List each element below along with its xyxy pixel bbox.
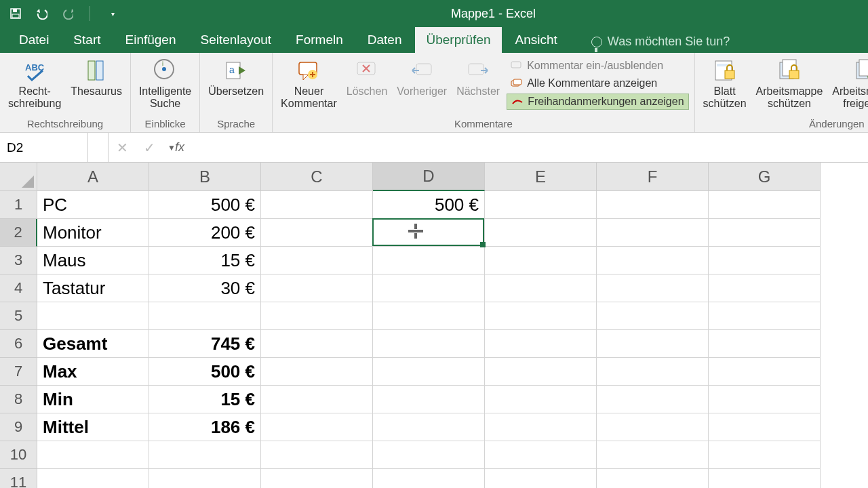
cell-G6[interactable] bbox=[709, 330, 821, 358]
tab-datei[interactable]: Datei bbox=[8, 27, 60, 53]
cells-area[interactable]: PC500 €500 €Monitor200 €Maus15 €Tastatur… bbox=[37, 191, 821, 488]
cell-E10[interactable] bbox=[485, 441, 597, 469]
column-header-E[interactable]: E bbox=[485, 163, 597, 191]
cell-D3[interactable] bbox=[373, 247, 485, 274]
cell-B3[interactable]: 15 € bbox=[149, 247, 261, 274]
cell-E8[interactable] bbox=[485, 386, 597, 413]
cell-D8[interactable] bbox=[373, 386, 485, 413]
cell-C6[interactable] bbox=[261, 330, 373, 358]
row-header-5[interactable]: 5 bbox=[0, 302, 37, 330]
column-header-A[interactable]: A bbox=[37, 163, 149, 191]
qat-customize-icon[interactable]: ▾ bbox=[106, 7, 119, 20]
cell-C10[interactable] bbox=[261, 441, 373, 469]
cell-E11[interactable] bbox=[485, 469, 597, 488]
row-header-8[interactable]: 8 bbox=[0, 386, 37, 413]
cell-G10[interactable] bbox=[709, 441, 821, 469]
tell-me-box[interactable]: Was möchten Sie tun? bbox=[591, 35, 730, 53]
cell-A3[interactable]: Maus bbox=[37, 247, 149, 274]
cell-E5[interactable] bbox=[485, 302, 597, 330]
row-header-4[interactable]: 4 bbox=[0, 274, 37, 302]
protect-workbook-button[interactable]: Arbeitsmappe schützen bbox=[753, 56, 826, 112]
cell-C11[interactable] bbox=[261, 469, 373, 488]
tab-formeln[interactable]: Formeln bbox=[285, 27, 354, 53]
cell-C4[interactable] bbox=[261, 274, 373, 302]
cell-G9[interactable] bbox=[709, 413, 821, 441]
thesaurus-button[interactable]: Thesaurus bbox=[68, 56, 125, 99]
tab-ansicht[interactable]: Ansicht bbox=[505, 27, 568, 53]
cell-A5[interactable] bbox=[37, 302, 149, 330]
next-comment-button[interactable]: Nächster bbox=[454, 56, 502, 99]
undo-icon[interactable] bbox=[35, 7, 47, 20]
spelling-button[interactable]: ABC Recht- schreibung bbox=[5, 56, 64, 112]
column-header-B[interactable]: B bbox=[149, 163, 261, 191]
tab-seitenlayout[interactable]: Seitenlayout bbox=[190, 27, 283, 53]
cell-G4[interactable] bbox=[709, 274, 821, 302]
cell-G1[interactable] bbox=[709, 191, 821, 219]
cell-A2[interactable]: Monitor bbox=[37, 219, 149, 247]
cell-F10[interactable] bbox=[597, 441, 709, 469]
cancel-formula-icon[interactable]: ✕ bbox=[108, 133, 136, 162]
cell-B2[interactable]: 200 € bbox=[149, 219, 261, 247]
row-header-1[interactable]: 1 bbox=[0, 191, 37, 219]
cell-F7[interactable] bbox=[597, 358, 709, 386]
cell-G7[interactable] bbox=[709, 358, 821, 386]
cell-F4[interactable] bbox=[597, 274, 709, 302]
cell-C3[interactable] bbox=[261, 247, 373, 274]
cell-D5[interactable] bbox=[373, 302, 485, 330]
show-ink-button[interactable]: Freihandanmerkungen anzeigen bbox=[507, 94, 688, 110]
prev-comment-button[interactable]: Vorheriger bbox=[394, 56, 450, 99]
redo-icon[interactable] bbox=[61, 7, 73, 20]
cell-F8[interactable] bbox=[597, 386, 709, 413]
cell-D2[interactable] bbox=[373, 219, 485, 247]
cell-D4[interactable] bbox=[373, 274, 485, 302]
cell-D7[interactable] bbox=[373, 358, 485, 386]
column-header-G[interactable]: G bbox=[709, 163, 821, 191]
row-header-6[interactable]: 6 bbox=[0, 330, 37, 358]
fx-icon[interactable]: fx bbox=[163, 133, 197, 162]
cell-C2[interactable] bbox=[261, 219, 373, 247]
cell-A8[interactable]: Min bbox=[37, 386, 149, 413]
cell-A6[interactable]: Gesamt bbox=[37, 330, 149, 358]
cell-B4[interactable]: 30 € bbox=[149, 274, 261, 302]
cell-A7[interactable]: Max bbox=[37, 358, 149, 386]
cell-G11[interactable] bbox=[709, 469, 821, 488]
cell-F6[interactable] bbox=[597, 330, 709, 358]
cell-F11[interactable] bbox=[597, 469, 709, 488]
select-all-corner[interactable] bbox=[0, 163, 37, 191]
new-comment-button[interactable]: Neuer Kommentar bbox=[278, 56, 340, 112]
share-workbook-button[interactable]: Arbeitsmappe freigeben bbox=[829, 56, 868, 112]
cell-A10[interactable] bbox=[37, 441, 149, 469]
cell-B9[interactable]: 186 € bbox=[149, 413, 261, 441]
column-header-C[interactable]: C bbox=[261, 163, 373, 191]
cell-D10[interactable] bbox=[373, 441, 485, 469]
cell-G2[interactable] bbox=[709, 219, 821, 247]
cell-A4[interactable]: Tastatur bbox=[37, 274, 149, 302]
cell-E4[interactable] bbox=[485, 274, 597, 302]
cell-C5[interactable] bbox=[261, 302, 373, 330]
row-header-7[interactable]: 7 bbox=[0, 358, 37, 386]
translate-button[interactable]: a Übersetzen bbox=[205, 56, 267, 99]
cell-B5[interactable] bbox=[149, 302, 261, 330]
cell-B1[interactable]: 500 € bbox=[149, 191, 261, 219]
cell-C9[interactable] bbox=[261, 413, 373, 441]
cell-A9[interactable]: Mittel bbox=[37, 413, 149, 441]
cell-C1[interactable] bbox=[261, 191, 373, 219]
cell-F3[interactable] bbox=[597, 247, 709, 274]
name-box[interactable]: ▼ bbox=[0, 133, 88, 162]
smart-lookup-button[interactable]: i Intelligente Suche bbox=[136, 56, 194, 112]
tab-start[interactable]: Start bbox=[62, 27, 111, 53]
cell-G3[interactable] bbox=[709, 247, 821, 274]
cell-E6[interactable] bbox=[485, 330, 597, 358]
cell-E3[interactable] bbox=[485, 247, 597, 274]
delete-comment-button[interactable]: Löschen bbox=[344, 56, 391, 99]
cell-E2[interactable] bbox=[485, 219, 597, 247]
cell-D9[interactable] bbox=[373, 413, 485, 441]
cell-F5[interactable] bbox=[597, 302, 709, 330]
cell-E7[interactable] bbox=[485, 358, 597, 386]
cell-B7[interactable]: 500 € bbox=[149, 358, 261, 386]
save-icon[interactable] bbox=[9, 7, 22, 20]
cell-E1[interactable] bbox=[485, 191, 597, 219]
cell-B8[interactable]: 15 € bbox=[149, 386, 261, 413]
cell-D11[interactable] bbox=[373, 469, 485, 488]
cell-C7[interactable] bbox=[261, 358, 373, 386]
